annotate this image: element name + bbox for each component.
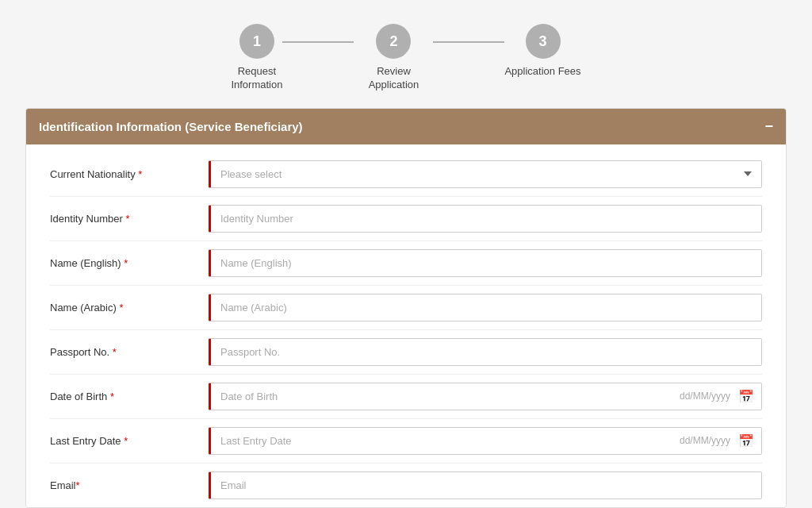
label-passport-no: Passport No. * (50, 346, 209, 358)
field-row-date-of-birth: Date of Birth * dd/MM/yyyy 📅 (50, 375, 762, 419)
required-star: * (113, 346, 117, 358)
label-name-english: Name (English) * (50, 257, 209, 269)
step-1-label: Request Information (231, 65, 282, 92)
field-row-name-arabic: Name (Arabic) * (50, 286, 762, 330)
field-row-last-entry-date: Last Entry Date * dd/MM/yyyy 📅 (50, 419, 762, 464)
step-1: 1 Request Information (231, 24, 282, 92)
required-star: * (125, 213, 129, 225)
step-2: 2 Review Application (354, 24, 433, 92)
field-row-nationality: Current Nationality * Please select (50, 152, 762, 197)
required-star: * (124, 435, 128, 447)
label-email: Email* (50, 479, 209, 491)
required-star: * (119, 302, 123, 314)
label-last-entry-date: Last Entry Date * (50, 435, 209, 447)
last-entry-date-input[interactable] (209, 427, 762, 455)
required-star: * (124, 257, 128, 269)
stepper: 1 Request Information 2 Review Applicati… (231, 0, 580, 108)
label-name-arabic: Name (Arabic) * (50, 302, 209, 314)
field-row-passport-no: Passport No. * (50, 330, 762, 375)
field-row-email: Email* (50, 464, 762, 507)
label-nationality: Current Nationality * (50, 168, 209, 180)
last-entry-date-calendar-icon[interactable]: 📅 (738, 433, 754, 448)
form-body: Current Nationality * Please select Iden… (26, 144, 786, 508)
name-english-input[interactable] (209, 249, 762, 277)
section-collapse-button[interactable]: − (764, 118, 773, 135)
identification-info-section: Identification Information (Service Bene… (25, 108, 787, 508)
name-arabic-input[interactable] (209, 294, 762, 321)
section-title: Identification Information (Service Bene… (39, 120, 303, 133)
date-of-birth-calendar-icon[interactable]: 📅 (738, 389, 754, 404)
date-of-birth-wrapper: dd/MM/yyyy 📅 (209, 383, 762, 410)
field-row-identity-number: Identity Number * (50, 197, 762, 241)
current-nationality-select[interactable]: Please select (209, 160, 762, 188)
label-identity-number: Identity Number * (50, 213, 209, 225)
email-input[interactable] (209, 471, 762, 499)
date-of-birth-input[interactable] (209, 383, 762, 410)
step-2-circle: 2 (376, 24, 411, 59)
required-star: * (110, 391, 114, 402)
step-connector-1 (282, 41, 354, 43)
step-connector-2 (433, 41, 504, 43)
step-3-label: Application Fees (504, 65, 580, 79)
required-star: * (76, 479, 80, 491)
passport-no-input[interactable] (209, 338, 762, 366)
step-2-label: Review Application (354, 65, 433, 92)
label-date-of-birth: Date of Birth * (50, 391, 209, 402)
required-star: * (138, 168, 142, 180)
field-row-name-english: Name (English) * (50, 241, 762, 286)
last-entry-date-wrapper: dd/MM/yyyy 📅 (209, 427, 762, 455)
step-3-circle: 3 (526, 24, 561, 59)
section-header: Identification Information (Service Bene… (26, 109, 786, 144)
step-1-circle: 1 (239, 24, 274, 59)
step-3: 3 Application Fees (504, 24, 580, 79)
identity-number-input[interactable] (209, 205, 762, 233)
